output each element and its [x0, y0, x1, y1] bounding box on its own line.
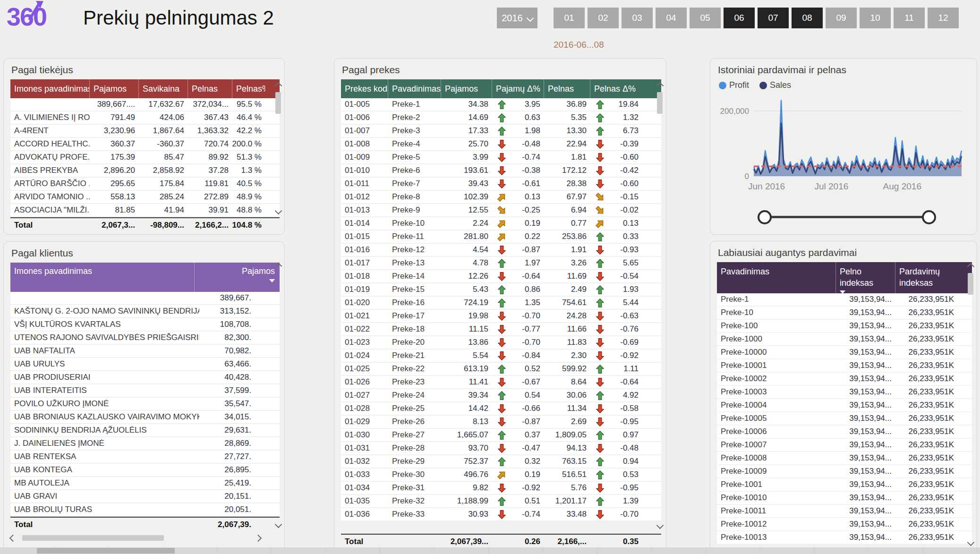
vertical-scrollbar[interactable] — [274, 83, 282, 213]
table-row[interactable]: Preke-1001239,153,94...26,233,951K — [717, 518, 972, 530]
month-button-02[interactable]: 02 — [588, 8, 619, 28]
column-header-pavadinimas[interactable]: Pavadinimas — [717, 262, 836, 293]
scroll-up-icon[interactable] — [656, 82, 664, 90]
growth-table-header[interactable]: Pavadinimas Pelno indeksas Pardavimų ind… — [717, 262, 972, 293]
table-row[interactable]: Preke-1000539,153,94...26,233,951K — [717, 412, 972, 425]
table-row[interactable]: Preke-1001039,153,94...26,233,951K — [717, 492, 972, 504]
table-row[interactable]: Preke-100139,153,94...26,233,951K — [717, 478, 972, 491]
table-row[interactable]: 01-008Preke-425.70-0.4822.94-0.39 — [341, 138, 661, 150]
table-row[interactable]: 01-032Preke-29752.370.32763.150.94 — [341, 455, 661, 468]
clients-table-header[interactable]: Imones pavadinimas Pajamos — [10, 263, 280, 292]
table-row[interactable]: UAB RENTEKSA27,727. — [10, 451, 280, 463]
table-row[interactable]: ASOCIACIJA "MILŽI...81.8541.9439.9148.8 … — [10, 204, 280, 216]
table-row[interactable]: 01-034Preke-319.82-0.925.76-0.95 — [341, 482, 661, 494]
table-row[interactable]: 01-035Preke-321,188.990.511,201.171.39 — [341, 495, 661, 507]
year-dropdown[interactable]: 2016 — [497, 8, 537, 28]
table-row[interactable]: UAB PRODIUSERIAI40,428. — [10, 371, 280, 384]
table-row[interactable]: SODININKŲ BENDRIJA ĄŽUOLĖLIS29,631. — [10, 424, 280, 436]
scroll-down-icon[interactable] — [656, 522, 664, 529]
table-row[interactable]: 01-010Preke-6193.61-0.38172.12-0.42 — [341, 164, 661, 177]
table-row[interactable]: 01-029Preke-268.13-0.872.69-0.95 — [341, 416, 661, 428]
column-header[interactable]: Pajamų Δ% — [492, 79, 544, 98]
page-horizontal-scrollbar[interactable] — [0, 547, 980, 554]
table-row[interactable]: AIBĖS PREKYBA2,896.202,858.9237.281.3 % — [10, 164, 280, 177]
column-header[interactable]: Pelnas — [188, 79, 232, 98]
table-row[interactable]: 01-031Preke-2893.70-0.4794.13-0.48 — [341, 442, 661, 454]
table-row[interactable]: 01-026Preke-2311.41-0.678.64-0.64 — [341, 376, 661, 388]
scrollbar-thumb[interactable] — [968, 273, 973, 295]
table-row[interactable]: Preke-10039,153,94...26,233,951K — [717, 320, 972, 332]
table-row[interactable]: Preke-1000739,153,94...26,233,951K — [717, 439, 972, 451]
legend-item-sales[interactable]: Sales — [759, 80, 791, 90]
table-row[interactable]: 01-019Preke-155.430.862.491.93 — [341, 283, 661, 296]
table-row[interactable]: Preke-1000039,153,94...26,233,951K — [717, 346, 972, 358]
table-row[interactable]: UTENOS RAJONO SAVIVALDYBĖS PRIEŠGAISRINĖ… — [10, 332, 280, 344]
scrollbar-thumb[interactable] — [37, 548, 175, 554]
vertical-scrollbar[interactable] — [274, 264, 282, 527]
table-row[interactable]: KAŠTONŲ G. 2-OJO NAMO SAVININKŲ BENDRIJA… — [10, 305, 280, 317]
month-button-05[interactable]: 05 — [690, 8, 721, 28]
scroll-down-icon[interactable] — [274, 521, 282, 528]
month-button-07[interactable]: 07 — [758, 8, 789, 28]
column-header-pajamos[interactable]: Pajamos — [242, 266, 275, 282]
scroll-right-icon[interactable] — [255, 534, 262, 542]
month-button-03[interactable]: 03 — [622, 8, 653, 28]
table-row[interactable]: 01-027Preke-2439.340.5430.064.92 — [341, 389, 661, 401]
table-row[interactable]: 01-013Preke-912.55-0.256.94-0.02 — [341, 204, 661, 216]
scroll-up-icon[interactable] — [274, 263, 282, 270]
table-row[interactable]: ARVIDO TAMONIO ...558.13285.24272.8948.9… — [10, 191, 280, 203]
table-row[interactable]: 01-036Preke-3330.93-0.7433.48-0.70 — [341, 508, 661, 520]
table-row[interactable]: 01-030Preke-271,665.070.371,809.050.97 — [341, 429, 661, 441]
table-row[interactable]: 01-006Preke-214.690.635.351.32 — [341, 111, 661, 124]
table-row[interactable]: ACCORD HEALTHC...360.37-360.37720.74200.… — [10, 138, 280, 150]
month-button-10[interactable]: 10 — [860, 8, 891, 28]
scrollbar-thumb[interactable] — [22, 535, 164, 541]
scroll-left-icon[interactable] — [9, 534, 17, 542]
table-row[interactable]: UAB URULYS63,466. — [10, 358, 280, 370]
table-row[interactable]: Preke-1000139,153,94...26,233,951K — [717, 359, 972, 372]
scrollbar-thumb[interactable] — [275, 92, 281, 114]
column-header[interactable]: Imones pavadinimas — [10, 79, 90, 98]
table-row[interactable]: 01-007Preke-317.331.9813.306.73 — [341, 125, 661, 137]
vertical-scrollbar[interactable] — [966, 264, 975, 545]
month-button-01[interactable]: 01 — [554, 8, 585, 28]
table-row[interactable]: Preke-1000439,153,94...26,233,951K — [717, 399, 972, 411]
table-row[interactable]: 01-011Preke-739.43-0.6128.38-0.60 — [341, 178, 661, 190]
table-row[interactable]: ARTŪRO BARŠČIO ...295.65175.84119.8140.5… — [10, 178, 280, 190]
table-row[interactable]: MB AUTOLEJA25,419. — [10, 477, 280, 489]
slider-handle-end[interactable] — [922, 210, 936, 224]
column-header[interactable]: Pelnas% — [232, 79, 265, 98]
table-row[interactable]: 01-005Preke-134.383.9536.8919.84 — [341, 98, 661, 111]
table-row[interactable]: VŠĮ KULTŪROS KVARTALAS108,708. — [10, 318, 280, 331]
table-row[interactable]: 389,667....17,632.67372,034...95.5 % — [10, 98, 280, 111]
column-header[interactable]: Pelnas — [544, 79, 590, 98]
table-row[interactable]: Preke-1000839,153,94...26,233,951K — [717, 452, 972, 464]
legend-item-profit[interactable]: Profit — [719, 80, 749, 90]
table-row[interactable]: Preke-100039,153,94...26,233,951K — [717, 333, 972, 345]
profit-sales-line-chart[interactable]: 200,0000Jun 2016Jul 2016Aug 2016 — [717, 91, 972, 207]
table-row[interactable]: 01-017Preke-134.781.973.265.65 — [341, 257, 661, 269]
table-row[interactable]: Preke-1000639,153,94...26,233,951K — [717, 426, 972, 438]
column-header[interactable]: Pelnas Δ% — [590, 79, 642, 98]
column-header[interactable]: Pajamos — [90, 79, 139, 98]
table-row[interactable]: Preke-139,153,94...26,233,951K — [717, 293, 972, 306]
column-header-pardavimu-indeksas[interactable]: Pardavimų indeksas — [895, 262, 958, 293]
column-header[interactable]: Savikaina — [139, 79, 188, 98]
column-header[interactable]: Pajamos — [441, 79, 492, 98]
month-button-08[interactable]: 08 — [792, 8, 823, 28]
table-row[interactable]: 01-023Preke-2013.86-0.7011.83-0.69 — [341, 336, 661, 349]
table-row[interactable]: A. VILIMIENĖS IĮ RO...791.49424.06367.43… — [10, 111, 280, 124]
scroll-down-icon[interactable] — [274, 207, 282, 215]
table-row[interactable]: 01-021Preke-1719.98-0.7024.28-0.63 — [341, 310, 661, 322]
table-row[interactable]: 01-016Preke-124.54-0.871.91-0.93 — [341, 244, 661, 256]
column-header[interactable]: Pavadinimas — [388, 79, 441, 98]
horizontal-scrollbar[interactable] — [10, 534, 261, 542]
table-row[interactable]: Preke-1001339,153,94...26,233,951K — [717, 531, 972, 544]
scroll-down-icon[interactable] — [967, 539, 974, 546]
table-row[interactable]: ADVOKATŲ PROFE...175.3985.4789.9251.3 % — [10, 151, 280, 163]
column-header-imones-pavadinimas[interactable]: Imones pavadinimas — [10, 263, 195, 292]
table-row[interactable]: UAB KONTEGA26,895. — [10, 464, 280, 476]
table-row[interactable]: Preke-1001139,153,94...26,233,951K — [717, 505, 972, 517]
column-header-pelno-indeksas[interactable]: Pelno indeksas — [836, 262, 895, 293]
vertical-scrollbar[interactable] — [656, 83, 664, 528]
